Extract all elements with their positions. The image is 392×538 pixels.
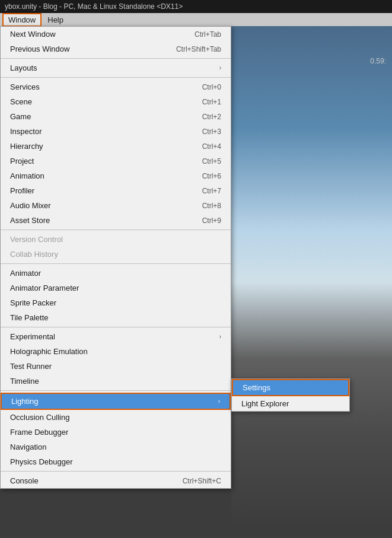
menu-item-physics-debugger[interactable]: Physics Debugger: [1, 454, 231, 469]
menu-item-scene[interactable]: Scene Ctrl+1: [1, 94, 231, 109]
menu-item-hierarchy[interactable]: Hierarchy Ctrl+4: [1, 139, 231, 154]
menu-item-project[interactable]: Project Ctrl+5: [1, 154, 231, 168]
menu-item-timeline[interactable]: Timeline: [1, 374, 231, 389]
menu-item-next-window[interactable]: Next Window Ctrl+Tab: [1, 27, 231, 42]
menu-item-profiler[interactable]: Profiler Ctrl+7: [1, 183, 231, 198]
title-bar: ybox.unity - Blog - PC, Mac & Linux Stan…: [0, 0, 392, 13]
menu-item-prev-window[interactable]: Previous Window Ctrl+Shift+Tab: [1, 42, 231, 56]
menu-item-animator[interactable]: Animator: [1, 266, 231, 281]
menu-item-asset-store[interactable]: Asset Store Ctrl+9: [1, 213, 231, 228]
menu-window[interactable]: Window: [2, 13, 42, 27]
divider-3: [1, 230, 231, 230]
submenu-item-settings[interactable]: Settings: [232, 379, 349, 396]
divider-4: [1, 263, 231, 264]
timer-display: 0.59:: [370, 57, 386, 65]
menu-item-experimental[interactable]: Experimental ›: [1, 329, 231, 344]
lighting-submenu: Settings Light Explorer: [231, 378, 350, 412]
divider-2: [1, 77, 231, 78]
menu-item-holographic-emulation[interactable]: Holographic Emulation: [1, 344, 231, 359]
submenu-arrow-lighting: ›: [218, 398, 220, 405]
menu-item-layouts[interactable]: Layouts ›: [1, 61, 231, 75]
menu-item-game[interactable]: Game Ctrl+2: [1, 109, 231, 124]
submenu-item-light-explorer[interactable]: Light Explorer: [232, 396, 349, 411]
menu-bar: Window Help: [0, 13, 392, 26]
menu-item-version-control: Version Control: [1, 232, 231, 247]
menu-item-console[interactable]: Console Ctrl+Shift+C: [1, 473, 231, 488]
menu-item-occlusion-culling[interactable]: Occlusion Culling: [1, 410, 231, 425]
menu-item-animation[interactable]: Animation Ctrl+6: [1, 168, 231, 183]
menu-help[interactable]: Help: [42, 13, 69, 27]
menu-item-lighting[interactable]: Lighting ›: [1, 393, 231, 410]
divider-1: [1, 58, 231, 59]
divider-7: [1, 471, 231, 472]
submenu-arrow-layouts: ›: [219, 65, 221, 71]
divider-5: [1, 327, 231, 327]
title-text: ybox.unity - Blog - PC, Mac & Linux Stan…: [5, 2, 183, 11]
menu-item-services[interactable]: Services Ctrl+0: [1, 79, 231, 94]
menu-item-collab-history: Collab History: [1, 247, 231, 262]
menu-item-sprite-packer[interactable]: Sprite Packer: [1, 295, 231, 310]
submenu-arrow-experimental: ›: [219, 333, 221, 340]
menu-item-frame-debugger[interactable]: Frame Debugger: [1, 425, 231, 440]
menu-item-inspector[interactable]: Inspector Ctrl+3: [1, 124, 231, 139]
scene-viewport: [231, 26, 392, 538]
status-bar: [0, 525, 392, 538]
menu-item-navigation[interactable]: Navigation: [1, 440, 231, 454]
menu-item-animator-parameter[interactable]: Animator Parameter: [1, 281, 231, 295]
menu-item-tile-palette[interactable]: Tile Palette: [1, 310, 231, 325]
menu-item-audio-mixer[interactable]: Audio Mixer Ctrl+8: [1, 198, 231, 213]
divider-6: [1, 390, 231, 391]
menu-item-test-runner[interactable]: Test Runner: [1, 359, 231, 374]
window-menu-dropdown: Next Window Ctrl+Tab Previous Window Ctr…: [0, 26, 231, 489]
